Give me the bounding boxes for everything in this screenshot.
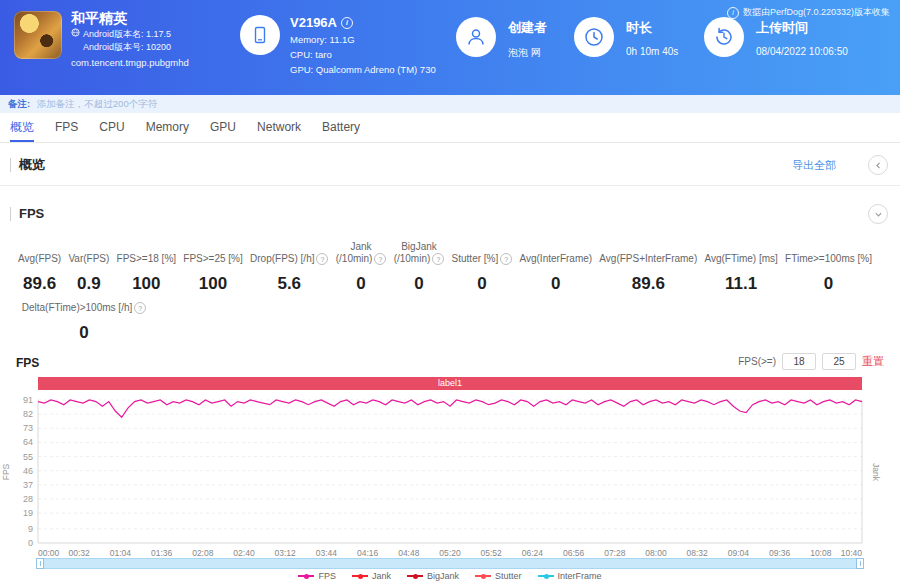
app-version-name: Android版本名: 1.17.5 xyxy=(83,28,171,40)
tab-Network[interactable]: Network xyxy=(257,113,301,142)
help-icon[interactable]: ? xyxy=(432,253,444,265)
history-clock-icon xyxy=(704,17,744,57)
legend-marker-icon xyxy=(407,575,423,577)
note-bar[interactable]: 备注: 添加备注，不超过200个字符 xyxy=(0,95,900,113)
metric-4: Drop(FPS) [/h]?5.6 xyxy=(250,246,328,294)
metric-2: FPS>=18 [%]100 xyxy=(117,246,176,294)
duration-label: 时长 xyxy=(626,19,678,37)
fps-chart-title: FPS xyxy=(16,356,39,370)
overview-collapse-button[interactable] xyxy=(868,155,888,175)
metric-5: Jank(/10min)?0 xyxy=(336,246,387,294)
svg-text:09:04: 09:04 xyxy=(728,548,750,556)
metric-6: BigJank(/10min)?0 xyxy=(394,246,445,294)
help-icon[interactable]: ? xyxy=(316,253,328,265)
help-icon[interactable]: ? xyxy=(500,253,512,265)
svg-text:00:32: 00:32 xyxy=(69,548,91,556)
export-all-link[interactable]: 导出全部 xyxy=(792,158,836,173)
tab-GPU[interactable]: GPU xyxy=(210,113,236,142)
duration-block: 时长 0h 10m 40s xyxy=(574,17,678,57)
fps-threshold-high-input[interactable] xyxy=(822,353,856,370)
svg-text:9: 9 xyxy=(28,524,33,534)
device-info-block: V2196A i Memory: 11.1G CPU: taro GPU: Qu… xyxy=(240,15,436,75)
chevron-left-icon xyxy=(874,156,883,174)
svg-text:64: 64 xyxy=(23,437,33,447)
phone-icon xyxy=(240,15,280,55)
legend-marker-icon xyxy=(538,575,554,577)
tab-FPS[interactable]: FPS xyxy=(55,113,78,142)
svg-text:01:36: 01:36 xyxy=(151,548,173,556)
zoom-left-handle[interactable] xyxy=(36,558,44,569)
svg-text:0: 0 xyxy=(28,538,33,548)
legend-label: BigJank xyxy=(427,571,459,581)
section-divider xyxy=(0,185,900,186)
fps-collapse-button[interactable] xyxy=(868,204,888,224)
fps-threshold-controls: FPS(>=) 重置 xyxy=(738,353,884,370)
legend-item-FPS[interactable]: FPS xyxy=(298,571,336,581)
scene-label-banner[interactable]: label1 xyxy=(38,377,862,390)
svg-text:73: 73 xyxy=(23,423,33,433)
svg-text:07:28: 07:28 xyxy=(604,548,626,556)
metric-1: Var(FPS)0.9 xyxy=(68,246,109,294)
zoom-right-handle[interactable] xyxy=(856,558,864,569)
legend-item-BigJank[interactable]: BigJank xyxy=(407,571,459,581)
fps-chart-header: FPS FPS(>=) 重置 xyxy=(16,353,884,373)
upload-time-value: 08/04/2022 10:06:50 xyxy=(756,46,848,57)
upload-time-label: 上传时间 xyxy=(756,19,848,37)
tab-CPU[interactable]: CPU xyxy=(99,113,124,142)
device-info-icon[interactable]: i xyxy=(341,17,353,29)
svg-text:02:40: 02:40 xyxy=(233,548,255,556)
fps-metrics-row: Avg(FPS)89.6Var(FPS)0.9FPS>=18 [%]100FPS… xyxy=(18,246,872,294)
delta-ftime-value: 0 xyxy=(79,323,88,343)
tab-bar: 概览FPSCPUMemoryGPUNetworkBattery xyxy=(0,113,900,143)
metric-7: Stutter [%]?0 xyxy=(452,246,513,294)
svg-text:02:08: 02:08 xyxy=(192,548,214,556)
creator-label: 创建者 xyxy=(508,19,547,37)
clock-icon xyxy=(574,17,614,57)
svg-text:06:56: 06:56 xyxy=(563,548,585,556)
metric-9: Avg(FPS+InterFrame)89.6 xyxy=(599,246,697,294)
tab-概览[interactable]: 概览 xyxy=(10,113,34,142)
reset-link[interactable]: 重置 xyxy=(862,354,884,369)
chart-legend: FPSJankBigJankStutterInterFrame xyxy=(0,571,900,581)
chart-zoom-scrollbar[interactable] xyxy=(36,558,864,569)
legend-item-Stutter[interactable]: Stutter xyxy=(475,571,522,581)
legend-marker-icon xyxy=(352,575,368,577)
svg-text:01:04: 01:04 xyxy=(110,548,132,556)
svg-text:Jank: Jank xyxy=(871,463,881,482)
tab-Memory[interactable]: Memory xyxy=(146,113,189,142)
delta-ftime-label: Delta(FTime)>100ms [/h] xyxy=(22,302,133,314)
app-title: 和平精英 xyxy=(71,12,189,24)
device-memory: Memory: 11.1G xyxy=(290,34,436,45)
svg-text:10:08: 10:08 xyxy=(810,548,832,556)
svg-text:03:44: 03:44 xyxy=(316,548,338,556)
help-icon[interactable]: ? xyxy=(134,302,146,314)
duration-value: 0h 10m 40s xyxy=(626,46,678,57)
legend-marker-icon xyxy=(475,575,491,577)
metric-3: FPS>=25 [%]100 xyxy=(183,246,242,294)
metric-8: Avg(InterFrame)0 xyxy=(519,246,592,294)
svg-text:FPS: FPS xyxy=(1,463,11,480)
legend-label: FPS xyxy=(318,571,336,581)
svg-text:82: 82 xyxy=(23,409,33,419)
help-icon[interactable]: ? xyxy=(374,253,386,265)
svg-text:03:12: 03:12 xyxy=(275,548,297,556)
fps-line-chart[interactable]: 9182736455463728199000:0000:3201:0401:36… xyxy=(0,390,900,556)
svg-text:46: 46 xyxy=(23,466,33,476)
svg-text:37: 37 xyxy=(23,480,33,490)
svg-text:08:32: 08:32 xyxy=(687,548,709,556)
metric-delta-ftime: Delta(FTime)>100ms [/h] ? 0 xyxy=(18,302,150,343)
device-model: V2196A xyxy=(290,15,337,30)
svg-text:00:00: 00:00 xyxy=(38,548,60,556)
svg-text:10:40: 10:40 xyxy=(841,548,863,556)
fps-threshold-low-input[interactable] xyxy=(782,353,816,370)
app-logo-icon xyxy=(14,11,62,59)
legend-item-Jank[interactable]: Jank xyxy=(352,571,391,581)
metric-0: Avg(FPS)89.6 xyxy=(18,246,61,294)
svg-text:06:24: 06:24 xyxy=(522,548,544,556)
legend-item-InterFrame[interactable]: InterFrame xyxy=(538,571,602,581)
note-label: 备注: xyxy=(8,98,30,109)
note-placeholder: 添加备注，不超过200个字符 xyxy=(37,98,157,109)
fps-section-title: FPS xyxy=(10,207,44,221)
tab-Battery[interactable]: Battery xyxy=(322,113,360,142)
fps-section-header: FPS xyxy=(0,199,900,229)
